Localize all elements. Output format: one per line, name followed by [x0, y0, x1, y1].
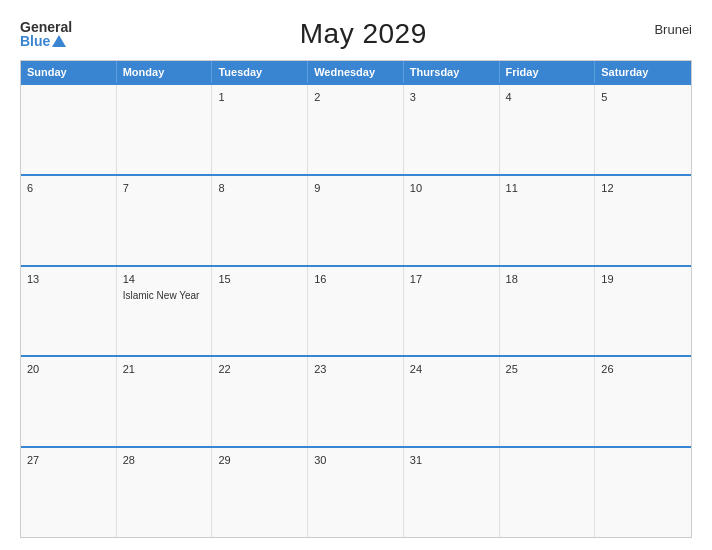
weeks-container: 1234567891011121314Islamic New Year15161… [21, 83, 691, 537]
day-number: 4 [506, 90, 589, 105]
day-cell: 21 [117, 357, 213, 446]
day-cell: 1 [212, 85, 308, 174]
day-header-saturday: Saturday [595, 61, 691, 83]
day-number: 24 [410, 362, 493, 377]
day-number: 12 [601, 181, 685, 196]
day-number: 11 [506, 181, 589, 196]
day-cell: 16 [308, 267, 404, 356]
day-cell: 31 [404, 448, 500, 537]
day-cell: 2 [308, 85, 404, 174]
logo-general-text: General [20, 20, 72, 34]
day-cell: 19 [595, 267, 691, 356]
day-header-sunday: Sunday [21, 61, 117, 83]
day-header-tuesday: Tuesday [212, 61, 308, 83]
day-number: 2 [314, 90, 397, 105]
day-cell: 6 [21, 176, 117, 265]
day-cell: 24 [404, 357, 500, 446]
day-number: 3 [410, 90, 493, 105]
logo: General Blue [20, 20, 72, 48]
day-number: 15 [218, 272, 301, 287]
day-cell [117, 85, 213, 174]
day-number: 27 [27, 453, 110, 468]
week-row-5: 2728293031 [21, 446, 691, 537]
day-cell: 12 [595, 176, 691, 265]
header: General Blue May 2029 Brunei [20, 18, 692, 50]
day-number: 20 [27, 362, 110, 377]
day-number: 31 [410, 453, 493, 468]
day-number: 6 [27, 181, 110, 196]
day-event: Islamic New Year [123, 289, 206, 302]
day-cell: 29 [212, 448, 308, 537]
day-number: 21 [123, 362, 206, 377]
day-cell: 25 [500, 357, 596, 446]
day-cell: 7 [117, 176, 213, 265]
day-cell: 8 [212, 176, 308, 265]
day-cell: 20 [21, 357, 117, 446]
day-cell: 13 [21, 267, 117, 356]
day-cell: 11 [500, 176, 596, 265]
day-number: 10 [410, 181, 493, 196]
day-number: 29 [218, 453, 301, 468]
day-cell: 5 [595, 85, 691, 174]
day-cell: 18 [500, 267, 596, 356]
day-cell: 28 [117, 448, 213, 537]
day-cell: 22 [212, 357, 308, 446]
day-headers-row: SundayMondayTuesdayWednesdayThursdayFrid… [21, 61, 691, 83]
day-number: 13 [27, 272, 110, 287]
day-header-monday: Monday [117, 61, 213, 83]
day-cell: 14Islamic New Year [117, 267, 213, 356]
day-cell [500, 448, 596, 537]
day-cell: 3 [404, 85, 500, 174]
day-number: 1 [218, 90, 301, 105]
day-header-wednesday: Wednesday [308, 61, 404, 83]
day-header-friday: Friday [500, 61, 596, 83]
country-label: Brunei [654, 22, 692, 37]
day-number: 18 [506, 272, 589, 287]
calendar-page: General Blue May 2029 Brunei SundayMonda… [0, 0, 712, 550]
week-row-1: 12345 [21, 83, 691, 174]
logo-blue-text: Blue [20, 34, 66, 48]
day-cell: 4 [500, 85, 596, 174]
day-number: 14 [123, 272, 206, 287]
day-number: 25 [506, 362, 589, 377]
day-number: 16 [314, 272, 397, 287]
calendar-title: May 2029 [300, 18, 427, 50]
day-cell: 26 [595, 357, 691, 446]
logo-triangle-icon [52, 35, 66, 47]
day-number: 19 [601, 272, 685, 287]
day-number: 7 [123, 181, 206, 196]
day-cell: 27 [21, 448, 117, 537]
day-number: 23 [314, 362, 397, 377]
day-header-thursday: Thursday [404, 61, 500, 83]
day-cell: 30 [308, 448, 404, 537]
week-row-4: 20212223242526 [21, 355, 691, 446]
day-cell: 9 [308, 176, 404, 265]
calendar-grid: SundayMondayTuesdayWednesdayThursdayFrid… [20, 60, 692, 538]
week-row-3: 1314Islamic New Year1516171819 [21, 265, 691, 356]
week-row-2: 6789101112 [21, 174, 691, 265]
day-number: 8 [218, 181, 301, 196]
day-number: 17 [410, 272, 493, 287]
day-number: 26 [601, 362, 685, 377]
day-cell: 17 [404, 267, 500, 356]
day-number: 28 [123, 453, 206, 468]
day-number: 5 [601, 90, 685, 105]
day-cell: 23 [308, 357, 404, 446]
day-number: 30 [314, 453, 397, 468]
day-cell: 15 [212, 267, 308, 356]
day-number: 9 [314, 181, 397, 196]
day-number: 22 [218, 362, 301, 377]
day-cell [595, 448, 691, 537]
day-cell: 10 [404, 176, 500, 265]
day-cell [21, 85, 117, 174]
